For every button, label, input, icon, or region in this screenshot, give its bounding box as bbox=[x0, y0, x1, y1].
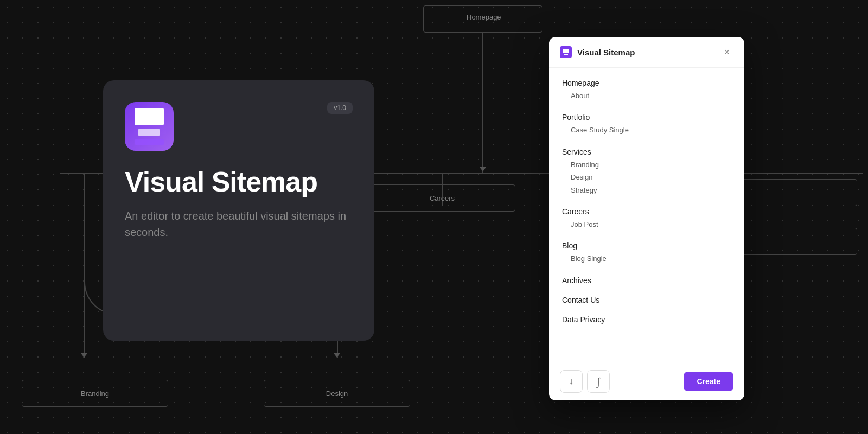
footer-icons: ↓ ∫ bbox=[560, 370, 610, 393]
sitemap-group-6: Contact Us bbox=[562, 296, 731, 304]
sitemap-group-5: Archives bbox=[562, 276, 731, 285]
app-icon bbox=[125, 102, 174, 151]
diagram-design-box: Design bbox=[264, 380, 410, 407]
modal-content: HomepageAboutPortfolioCase Study SingleS… bbox=[549, 68, 744, 362]
sitemap-group-0: HomepageAbout bbox=[562, 79, 731, 102]
diagram-homepage-label: Homepage bbox=[467, 13, 501, 21]
app-icon-inner bbox=[135, 108, 164, 145]
sitemap-parent-1: Portfolio bbox=[562, 113, 731, 122]
arrow-down-button[interactable]: ↓ bbox=[560, 370, 583, 393]
card-title: Visual Sitemap bbox=[125, 167, 353, 197]
modal-app-icon bbox=[560, 46, 572, 58]
sitemap-parent-0: Homepage bbox=[562, 79, 731, 87]
sitemap-parent-2: Services bbox=[562, 148, 731, 156]
diagram-careers-box: Careers bbox=[369, 184, 515, 212]
modal-title: Visual Sitemap bbox=[577, 48, 635, 57]
sitemap-parent-3: Careers bbox=[562, 207, 731, 216]
diagram-careers-label: Careers bbox=[430, 194, 455, 202]
sitemap-group-1: PortfolioCase Study Single bbox=[562, 113, 731, 136]
sitemap-child-2-0: Branding bbox=[562, 158, 731, 171]
sitemap-list: HomepageAboutPortfolioCase Study SingleS… bbox=[562, 79, 731, 324]
sitemap-child-0-0: About bbox=[562, 90, 731, 102]
sitemap-parent-4: Blog bbox=[562, 241, 731, 250]
svg-rect-0 bbox=[563, 49, 569, 53]
modal-header: Visual Sitemap × bbox=[549, 37, 744, 68]
sitemap-parent-5: Archives bbox=[562, 276, 731, 285]
diagram-branding-box: Branding bbox=[22, 380, 168, 407]
diagram-branding-label: Branding bbox=[81, 390, 109, 398]
diagram-arrow-branding bbox=[81, 353, 87, 358]
sitemap-child-2-2: Strategy bbox=[562, 184, 731, 196]
sitemap-child-3-0: Job Post bbox=[562, 218, 731, 231]
sitemap-group-7: Data Privacy bbox=[562, 315, 731, 324]
sitemap-group-3: CareersJob Post bbox=[562, 207, 731, 231]
diagram-vline-top bbox=[482, 33, 483, 174]
icon-screen bbox=[135, 108, 164, 125]
diagram-arrow-design bbox=[334, 353, 340, 358]
sitemap-parent-6: Contact Us bbox=[562, 296, 731, 304]
modal-panel: Visual Sitemap × HomepageAboutPortfolioC… bbox=[549, 37, 744, 400]
diagram-design-label: Design bbox=[326, 390, 348, 398]
close-button[interactable]: × bbox=[720, 46, 733, 59]
sitemap-group-2: ServicesBrandingDesignStrategy bbox=[562, 148, 731, 196]
sitemap-parent-7: Data Privacy bbox=[562, 315, 731, 324]
svg-rect-1 bbox=[564, 54, 568, 55]
icon-base bbox=[135, 139, 164, 145]
diagram-arrow-main bbox=[480, 167, 486, 171]
sitemap-child-4-0: Blog Single bbox=[562, 252, 731, 265]
curve-button[interactable]: ∫ bbox=[587, 370, 610, 393]
create-button[interactable]: Create bbox=[684, 372, 733, 391]
icon-stand bbox=[138, 129, 160, 136]
hero-card: v1.0 Visual Sitemap An editor to create … bbox=[103, 80, 374, 341]
version-badge: v1.0 bbox=[327, 102, 353, 114]
sitemap-child-1-0: Case Study Single bbox=[562, 124, 731, 136]
sitemap-child-2-1: Design bbox=[562, 171, 731, 183]
card-subtitle: An editor to create beautiful visual sit… bbox=[125, 208, 353, 240]
modal-icon-svg bbox=[562, 48, 570, 56]
modal-header-left: Visual Sitemap bbox=[560, 46, 635, 58]
sitemap-group-4: BlogBlog Single bbox=[562, 241, 731, 265]
modal-footer: ↓ ∫ Create bbox=[549, 362, 744, 400]
